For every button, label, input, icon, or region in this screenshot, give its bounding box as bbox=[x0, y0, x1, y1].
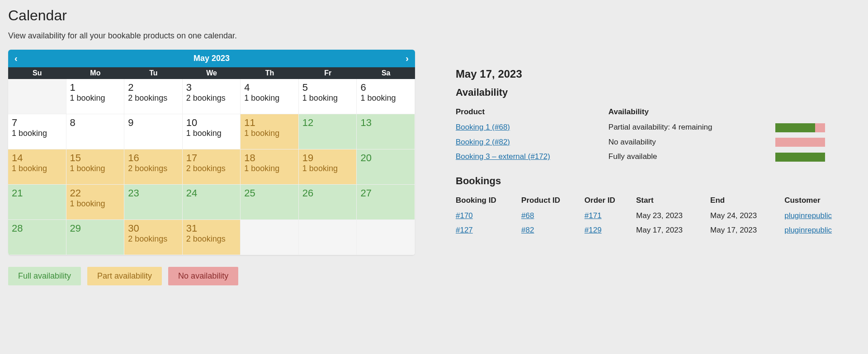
day-number: 18 bbox=[244, 152, 295, 164]
calendar-day[interactable]: 172 bookings bbox=[183, 149, 241, 185]
page-title: Calendar bbox=[8, 7, 860, 24]
calendar-day[interactable]: 27 bbox=[357, 185, 415, 220]
calendar-day[interactable]: 51 booking bbox=[299, 79, 357, 114]
day-booking-count: 2 bookings bbox=[128, 234, 179, 244]
day-number: 19 bbox=[302, 152, 353, 164]
calendar-day[interactable]: 13 bbox=[357, 114, 415, 149]
calendar-day[interactable]: 9 bbox=[124, 114, 183, 149]
calendar-day[interactable]: 11 booking bbox=[66, 79, 125, 114]
col-end: End bbox=[710, 193, 784, 209]
day-booking-count: 1 booking bbox=[244, 93, 295, 103]
availability-bar bbox=[775, 123, 825, 132]
calendar-day[interactable]: 191 booking bbox=[299, 149, 357, 185]
day-number: 2 bbox=[128, 82, 179, 93]
product-id-link[interactable]: #68 bbox=[521, 211, 534, 220]
booking-id-link[interactable]: #170 bbox=[456, 211, 473, 220]
calendar-day bbox=[8, 79, 66, 114]
day-number: 10 bbox=[186, 117, 237, 129]
calendar-day[interactable]: 8 bbox=[66, 114, 125, 149]
dow-label: Su bbox=[8, 67, 66, 79]
day-number: 28 bbox=[12, 223, 62, 234]
calendar-day bbox=[299, 220, 357, 255]
calendar-day[interactable]: 22 bookings bbox=[124, 79, 183, 114]
calendar-day[interactable]: 28 bbox=[8, 220, 66, 255]
dow-label: Mo bbox=[66, 67, 125, 79]
calendar-day[interactable]: 302 bookings bbox=[124, 220, 183, 255]
calendar-day[interactable]: 29 bbox=[66, 220, 125, 255]
col-start: Start bbox=[636, 193, 710, 209]
day-number: 17 bbox=[186, 152, 237, 164]
calendar-day[interactable]: 25 bbox=[241, 185, 299, 220]
day-number: 22 bbox=[70, 187, 121, 199]
day-number: 31 bbox=[186, 223, 237, 234]
calendar-day[interactable]: 221 booking bbox=[66, 185, 125, 220]
availability-text: Partial availability: 4 remaining bbox=[609, 120, 776, 135]
booking-row: #170#68#171May 23, 2023May 24, 2023plugi… bbox=[456, 209, 860, 223]
availability-row: Booking 3 – external (#172)Fully availab… bbox=[456, 149, 860, 164]
day-number: 29 bbox=[70, 223, 121, 234]
product-id-link[interactable]: #82 bbox=[521, 226, 534, 234]
day-number: 3 bbox=[186, 82, 237, 93]
calendar-day[interactable]: 111 booking bbox=[241, 114, 299, 149]
customer-link[interactable]: pluginrepublic bbox=[784, 211, 832, 220]
day-number: 27 bbox=[360, 187, 411, 199]
calendar-day[interactable]: 41 booking bbox=[241, 79, 299, 114]
availability-text: Fully available bbox=[609, 149, 776, 164]
day-number: 20 bbox=[360, 152, 411, 164]
calendar-day[interactable]: 141 booking bbox=[8, 149, 66, 185]
calendar-day[interactable]: 23 bbox=[124, 185, 183, 220]
dow-label: Tu bbox=[124, 67, 183, 79]
product-link[interactable]: Booking 3 – external (#172) bbox=[456, 152, 550, 161]
availability-heading: Availability bbox=[456, 87, 860, 98]
customer-link[interactable]: pluginrepublic bbox=[784, 226, 832, 234]
calendar-day bbox=[241, 220, 299, 255]
calendar-dow-row: SuMoTuWeThFrSa bbox=[8, 67, 415, 79]
calendar-day[interactable]: 71 booking bbox=[8, 114, 66, 149]
product-link[interactable]: Booking 1 (#68) bbox=[456, 123, 510, 131]
dow-label: Fr bbox=[299, 67, 357, 79]
prev-month-icon[interactable]: ‹ bbox=[14, 53, 18, 64]
day-number: 11 bbox=[244, 117, 295, 129]
detail-date: May 17, 2023 bbox=[456, 68, 860, 80]
calendar-day[interactable]: 101 booking bbox=[183, 114, 241, 149]
calendar-day[interactable]: 32 bookings bbox=[183, 79, 241, 114]
calendar-day[interactable]: 162 bookings bbox=[124, 149, 183, 185]
calendar-day bbox=[357, 220, 415, 255]
col-product-id: Product ID bbox=[521, 193, 585, 209]
calendar-day[interactable]: 151 booking bbox=[66, 149, 125, 185]
day-number: 30 bbox=[128, 223, 179, 234]
calendar-day[interactable]: 12 bbox=[299, 114, 357, 149]
order-id-link[interactable]: #171 bbox=[585, 211, 602, 220]
day-booking-count: 1 booking bbox=[12, 129, 62, 138]
day-number: 23 bbox=[128, 187, 179, 199]
calendar-day[interactable]: 21 bbox=[8, 185, 66, 220]
legend-full: Full availability bbox=[8, 267, 81, 285]
day-number: 26 bbox=[302, 187, 353, 199]
calendar-day[interactable]: 20 bbox=[357, 149, 415, 185]
day-booking-count: 1 booking bbox=[70, 93, 121, 103]
availability-text: No availability bbox=[609, 135, 776, 150]
calendar-day[interactable]: 181 booking bbox=[241, 149, 299, 185]
availability-row: Booking 2 (#82)No availability bbox=[456, 135, 860, 150]
dow-label: Sa bbox=[357, 67, 415, 79]
day-booking-count: 2 bookings bbox=[128, 93, 179, 103]
calendar-day[interactable]: 61 booking bbox=[357, 79, 415, 114]
day-number: 21 bbox=[12, 187, 62, 199]
availability-table: Product Availability Booking 1 (#68)Part… bbox=[456, 105, 860, 164]
day-booking-count: 1 booking bbox=[302, 93, 353, 103]
day-number: 9 bbox=[128, 117, 179, 129]
calendar-day[interactable]: 312 bookings bbox=[183, 220, 241, 255]
day-booking-count: 2 bookings bbox=[186, 93, 237, 103]
booking-id-link[interactable]: #127 bbox=[456, 226, 473, 234]
product-link[interactable]: Booking 2 (#82) bbox=[456, 138, 510, 146]
next-month-icon[interactable]: › bbox=[406, 53, 409, 64]
calendar-day[interactable]: 26 bbox=[299, 185, 357, 220]
day-number: 7 bbox=[12, 117, 62, 129]
day-number: 1 bbox=[70, 82, 121, 93]
day-booking-count: 1 booking bbox=[244, 164, 295, 173]
calendar-day[interactable]: 24 bbox=[183, 185, 241, 220]
availability-bar bbox=[775, 153, 825, 162]
order-id-link[interactable]: #129 bbox=[585, 226, 602, 234]
day-number: 4 bbox=[244, 82, 295, 93]
day-number: 24 bbox=[186, 187, 237, 199]
